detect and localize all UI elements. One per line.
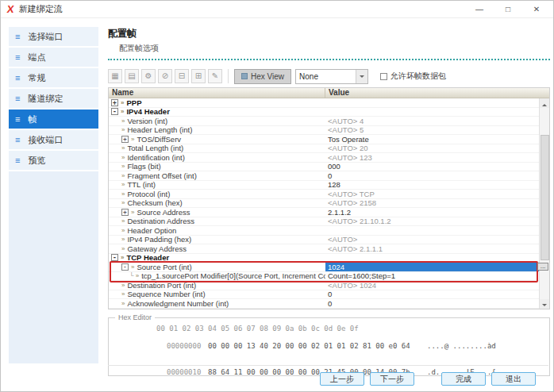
field-value-cell[interactable]: 000 ... [325, 163, 539, 171]
sidebar-step-item[interactable]: ≡ 常规 [9, 68, 98, 89]
page-subtitle: 配置帧选项 [108, 43, 550, 54]
wizard-nav-button[interactable]: 上一步 [320, 372, 364, 386]
field-value: 1024 [328, 263, 344, 271]
table-row[interactable]: + » Source Address 2.1.1.2 ... [109, 208, 539, 217]
field-value-cell[interactable]: <AUTO> 1024 ... [325, 281, 539, 290]
table-row[interactable]: » Identification (int) <AUTO> 123 ... [109, 153, 539, 163]
table-row[interactable]: - » TCP Header ... [109, 254, 539, 263]
toolbar-icon-button[interactable]: ▤ [125, 69, 139, 83]
field-value-cell[interactable]: <AUTO> TCP ... [325, 190, 539, 198]
table-row[interactable]: » Version (int) <AUTO> 4 ... [109, 117, 539, 126]
tree-expander-icon[interactable]: + [121, 136, 129, 143]
toolbar-icon-button[interactable]: ✎ [208, 69, 222, 83]
sidebar-step-label: 隧道绑定 [28, 93, 63, 105]
hex-row[interactable]: 0000000000 00 00 13 40 20 00 00 02 01 01… [115, 333, 549, 359]
tree-expander-icon[interactable]: - [121, 263, 129, 271]
field-value-cell[interactable]: <AUTO> 21.10.1.2 ... [325, 217, 539, 226]
hex-editor-groupbox: Hex Editor 00 01 02 03 04 05 06 07 08 09… [108, 317, 550, 376]
allow-bad-frame-checkbox[interactable] [380, 73, 387, 80]
field-arrow-icon: » [131, 209, 134, 216]
table-row[interactable]: » Header Length (int) <AUTO> 5 ... [109, 126, 539, 136]
field-value-cell[interactable]: ... [325, 98, 539, 107]
table-row[interactable]: » tcp_1.sourcePort Modifier[0](Source Po… [109, 272, 539, 282]
field-name: Acknowledgment Number (int) [127, 299, 229, 308]
table-row[interactable]: » TTL (int) 128 ... [109, 181, 539, 190]
field-value-cell[interactable]: Count=1600;Step=1 ... [325, 272, 539, 281]
table-row[interactable]: » Destination Port (int) <AUTO> 1024 ... [109, 281, 539, 290]
toolbar-icon-button[interactable]: ⊞ [191, 69, 206, 83]
field-value-cell[interactable]: <AUTO> 123 ... [325, 153, 539, 162]
tree-expander-icon[interactable]: - [111, 108, 118, 115]
table-row[interactable]: - » IPv4 Header ... [109, 108, 539, 117]
field-name-cell: » IPv4 Padding (hex) [109, 236, 325, 244]
field-value-cell[interactable]: 0 ... [325, 171, 539, 180]
scrollbar-thumb[interactable] [541, 135, 549, 260]
wizard-nav-button[interactable]: 退出 [491, 372, 536, 386]
field-name: Protocol (int) [127, 190, 170, 198]
field-value-cell[interactable]: <AUTO> 4 ... [325, 117, 539, 125]
maximize-button[interactable]: □ [502, 5, 514, 13]
field-value-cell[interactable]: Tos Operate ... [325, 135, 539, 144]
table-row[interactable]: » Destination Address <AUTO> 21.10.1.2 .… [109, 217, 539, 227]
field-value-cell[interactable]: <AUTO> ... [325, 236, 539, 244]
sidebar-step-item[interactable]: ≡ 预览 [9, 151, 98, 171]
chevron-down-icon[interactable] [356, 70, 367, 83]
sidebar-step-item[interactable]: ≡ 选择端口 [9, 27, 98, 48]
field-arrow-icon: » [121, 254, 124, 261]
tree-expander-icon[interactable]: + [121, 209, 129, 216]
field-name: Total Length (int) [127, 144, 183, 153]
tree-expander-icon[interactable]: - [111, 254, 118, 261]
close-button[interactable]: ✕ [531, 5, 542, 13]
field-value-cell[interactable]: 128 ... [325, 181, 539, 190]
field-value: <AUTO> 4 [328, 117, 364, 125]
tree-expander-icon[interactable]: + [111, 99, 118, 106]
sidebar-step-item[interactable]: ≡ 接收端口 [9, 130, 98, 151]
scroll-up-icon[interactable] [540, 98, 549, 108]
column-header-value[interactable]: Value [325, 88, 549, 98]
table-row[interactable]: » Sequence Number (int) 0 ... [109, 290, 539, 300]
table-row[interactable]: + » TOS/DiffServ Tos Operate ... [109, 135, 539, 144]
hex-row[interactable]: 0000002000 00 80 06 00 00 02 01 01 02 15… [115, 386, 549, 392]
minimize-button[interactable]: — [474, 5, 485, 13]
sidebar-step-item[interactable]: ≡ 端点 [9, 48, 98, 68]
table-row[interactable]: + » PPP ... [109, 98, 539, 108]
scroll-down-icon[interactable] [540, 299, 549, 309]
toolbar-icon-button[interactable]: ⚙ [141, 69, 156, 83]
modifier-ellipsis-button[interactable]: ... [537, 263, 548, 271]
hex-view-mode-dropdown[interactable]: None [295, 69, 368, 84]
field-arrow-icon: » [131, 136, 134, 143]
table-row[interactable]: » Total Length (int) <AUTO> 20 ... [109, 144, 539, 154]
table-scrollbar[interactable] [539, 98, 549, 309]
field-value-cell[interactable]: ... [325, 226, 539, 235]
table-row[interactable]: » Acknowledgment Number (int) 0 ... [109, 299, 539, 309]
field-value-cell[interactable]: <AUTO> 2.1.1.1 ... [325, 244, 539, 253]
table-row[interactable]: » Flags (bit) 000 ... [109, 163, 539, 172]
field-value-cell[interactable]: <AUTO> 20 ... [325, 144, 539, 153]
table-row[interactable]: » IPv4 Padding (hex) <AUTO> ... [109, 236, 539, 245]
main-panel: 配置帧 配置帧选项 ▦▤⚙⊘⊟⊞✎ Hex View None 允许坏帧数据包 [108, 27, 550, 367]
field-value-cell[interactable]: <AUTO> 5 ... [325, 126, 539, 135]
wizard-nav-button[interactable]: 完成 [441, 372, 486, 386]
column-header-name[interactable]: Name [109, 88, 325, 98]
table-row[interactable]: » Checksum (hex) <AUTO> 2158 ... [109, 199, 539, 209]
table-row[interactable]: » Gateway Address <AUTO> 2.1.1.1 ... [109, 244, 539, 254]
field-value-cell[interactable]: 2.1.1.2 ... [325, 208, 539, 217]
hex-view-toggle-button[interactable]: Hex View [234, 69, 291, 84]
table-row[interactable]: » Header Option ... [109, 226, 539, 236]
sidebar-step-item[interactable]: ≡ 帧 [9, 110, 98, 130]
toolbar-icon-button[interactable]: ▦ [108, 69, 122, 83]
table-row[interactable]: - » Source Port (int) 1024 ... [109, 263, 539, 272]
wizard-nav-button[interactable]: 下一步 [370, 372, 414, 386]
table-row[interactable]: » Protocol (int) <AUTO> TCP ... [109, 190, 539, 199]
field-value-cell[interactable]: 0 ... [325, 290, 539, 299]
field-value-cell[interactable]: <AUTO> 2158 ... [325, 199, 539, 208]
field-value-cell[interactable]: 0 ... [325, 299, 539, 308]
field-value-cell[interactable]: 1024 ... [325, 263, 539, 271]
toolbar-icon-button[interactable]: ⊟ [175, 69, 189, 83]
sidebar-step-item[interactable]: ≡ 隧道绑定 [9, 89, 98, 110]
table-row[interactable]: » Fragment Offset (int) 0 ... [109, 171, 539, 181]
field-value-cell[interactable]: ... [325, 108, 539, 117]
toolbar-icon-button[interactable]: ⊘ [158, 69, 172, 83]
field-value-cell[interactable]: ... [325, 254, 539, 263]
hex-offset: 00000010 [167, 368, 208, 377]
